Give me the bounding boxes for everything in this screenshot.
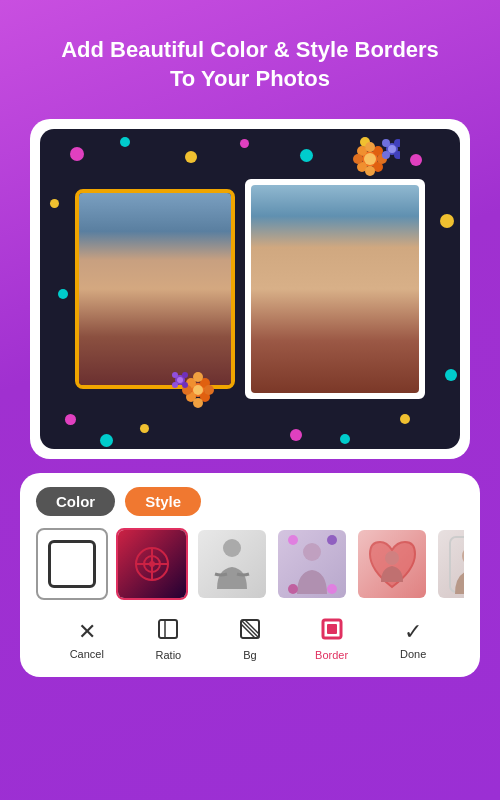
canvas-area bbox=[30, 119, 470, 459]
svg-point-42 bbox=[327, 584, 337, 594]
polka-dot bbox=[290, 429, 302, 441]
done-icon: ✓ bbox=[404, 619, 422, 645]
svg-point-5 bbox=[365, 142, 375, 152]
cancel-label: Cancel bbox=[70, 648, 104, 660]
svg-point-6 bbox=[365, 166, 375, 176]
polka-dot bbox=[58, 289, 68, 299]
polka-dot bbox=[65, 414, 76, 425]
svg-point-38 bbox=[303, 543, 321, 561]
flower-bottom-left bbox=[170, 368, 225, 419]
bg-icon bbox=[239, 618, 261, 646]
svg-point-22 bbox=[193, 398, 203, 408]
photo-left[interactable] bbox=[75, 189, 235, 389]
polka-dot bbox=[340, 434, 350, 444]
svg-point-31 bbox=[177, 377, 183, 383]
svg-point-25 bbox=[193, 385, 203, 395]
frame-item-5[interactable] bbox=[436, 528, 464, 600]
done-label: Done bbox=[400, 648, 426, 660]
toolbar-cancel[interactable]: ✕ Cancel bbox=[57, 619, 117, 660]
svg-point-9 bbox=[364, 153, 376, 165]
svg-point-24 bbox=[204, 385, 214, 395]
ratio-icon bbox=[157, 618, 179, 646]
polka-dot bbox=[70, 147, 84, 161]
svg-point-15 bbox=[388, 145, 396, 153]
svg-rect-53 bbox=[327, 624, 337, 634]
polka-dot bbox=[400, 414, 410, 424]
toolbar-border[interactable]: Border bbox=[302, 618, 362, 661]
polka-dot bbox=[440, 214, 454, 228]
polka-dot bbox=[120, 137, 130, 147]
polka-dot bbox=[140, 424, 149, 433]
svg-point-27 bbox=[172, 372, 178, 378]
polka-dot bbox=[240, 139, 249, 148]
cancel-icon: ✕ bbox=[78, 619, 96, 645]
frame-item-2[interactable] bbox=[196, 528, 268, 600]
svg-point-37 bbox=[223, 539, 241, 557]
toolbar: ✕ Cancel Ratio Bg bbox=[36, 608, 464, 667]
bg-label: Bg bbox=[243, 649, 256, 661]
polka-dot bbox=[185, 151, 197, 163]
svg-point-43 bbox=[385, 551, 399, 565]
toolbar-ratio[interactable]: Ratio bbox=[138, 618, 198, 661]
header: Add Beautiful Color & Style BordersTo Yo… bbox=[0, 0, 500, 119]
svg-line-49 bbox=[241, 620, 259, 638]
svg-point-29 bbox=[172, 382, 178, 388]
polka-dot bbox=[445, 369, 457, 381]
polka-dot bbox=[300, 149, 313, 162]
svg-point-30 bbox=[182, 382, 188, 388]
frame-item-3[interactable] bbox=[276, 528, 348, 600]
svg-point-39 bbox=[288, 535, 298, 545]
toolbar-bg[interactable]: Bg bbox=[220, 618, 280, 661]
header-title: Add Beautiful Color & Style BordersTo Yo… bbox=[30, 18, 470, 107]
svg-point-36 bbox=[149, 561, 155, 567]
flower-top-right bbox=[340, 139, 400, 196]
border-label: Border bbox=[315, 649, 348, 661]
svg-point-28 bbox=[182, 372, 188, 378]
svg-point-41 bbox=[288, 584, 298, 594]
svg-point-21 bbox=[193, 372, 203, 382]
photo-right[interactable] bbox=[245, 179, 425, 399]
svg-point-13 bbox=[382, 151, 390, 159]
tab-row: Color Style bbox=[36, 487, 464, 516]
frame-item-4[interactable] bbox=[356, 528, 428, 600]
svg-point-11 bbox=[382, 139, 390, 147]
toolbar-done[interactable]: ✓ Done bbox=[383, 619, 443, 660]
polka-dot bbox=[50, 199, 59, 208]
bottom-panel: Color Style bbox=[20, 473, 480, 677]
frames-row bbox=[36, 528, 464, 600]
svg-point-7 bbox=[353, 154, 363, 164]
tab-color-button[interactable]: Color bbox=[36, 487, 115, 516]
border-icon bbox=[321, 618, 343, 646]
svg-rect-46 bbox=[159, 620, 177, 638]
tab-style-button[interactable]: Style bbox=[125, 487, 201, 516]
frame-blank-inner bbox=[48, 540, 96, 588]
polka-dot bbox=[410, 154, 422, 166]
frame-item-1[interactable] bbox=[116, 528, 188, 600]
photos-container bbox=[75, 179, 425, 399]
polka-dot bbox=[100, 434, 113, 447]
svg-point-40 bbox=[327, 535, 337, 545]
svg-point-45 bbox=[462, 546, 465, 566]
ratio-label: Ratio bbox=[156, 649, 182, 661]
collage-frame bbox=[40, 129, 460, 449]
frame-blank[interactable] bbox=[36, 528, 108, 600]
